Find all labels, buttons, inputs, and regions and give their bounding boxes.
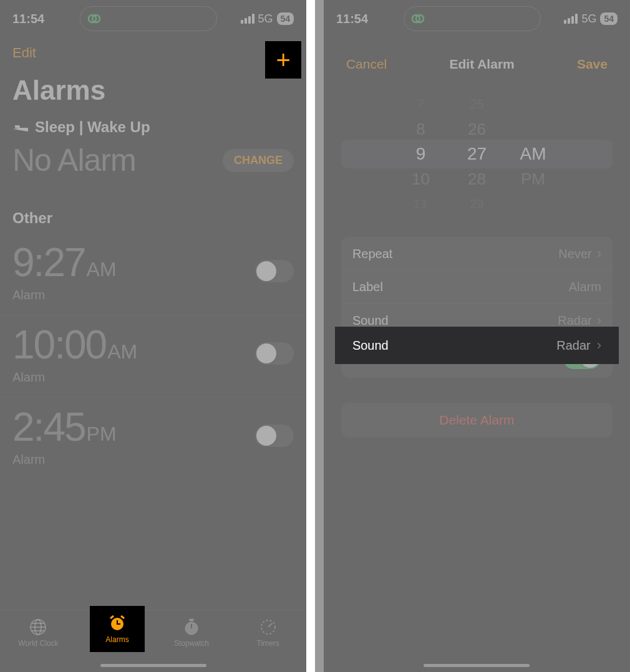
alarm-time: 9:27 bbox=[12, 239, 85, 286]
tab-timers-label: Timers bbox=[257, 639, 279, 648]
dynamic-island bbox=[80, 6, 217, 31]
hour-column[interactable]: 7 8 9 10 11 bbox=[405, 92, 436, 216]
battery-badge: 54 bbox=[600, 12, 618, 25]
signal-icon bbox=[564, 14, 578, 24]
svg-line-16 bbox=[268, 623, 272, 627]
alarm-time: 10:00 bbox=[12, 322, 106, 368]
alarm-item[interactable]: 2:45PMAlarm bbox=[0, 398, 306, 479]
time-picker[interactable]: 7 8 9 10 11 25 26 27 28 29 . . AM bbox=[335, 82, 619, 226]
highlight-add-button[interactable]: + bbox=[265, 41, 301, 79]
status-indicators: 5G 54 bbox=[564, 12, 618, 26]
alarm-time: 2:45 bbox=[12, 404, 85, 450]
label-value: Alarm bbox=[569, 280, 601, 294]
sleep-alarm-row: No Alarm CHANGE bbox=[0, 136, 306, 197]
save-button[interactable]: Save bbox=[577, 57, 608, 72]
alarm-clock-icon bbox=[108, 614, 127, 633]
other-section-header: Other bbox=[0, 197, 306, 233]
alarm-toggle[interactable] bbox=[255, 260, 294, 282]
no-alarm-label: No Alarm bbox=[12, 142, 136, 178]
bed-icon bbox=[12, 121, 29, 133]
signal-icon bbox=[241, 14, 254, 24]
tab-alarms-label: Alarms bbox=[105, 635, 128, 644]
repeat-row[interactable]: Repeat Never› bbox=[341, 237, 613, 271]
svg-rect-13 bbox=[190, 619, 193, 621]
sleep-section-header: Sleep | Wake Up bbox=[0, 118, 306, 136]
alarms-list-screen: 11:54 5G 54 Edit + Alarms Sleep | Wake U… bbox=[0, 0, 306, 672]
tab-bar: World Clock Alarms Stopwatch Timers bbox=[0, 610, 306, 672]
navigation-bar: Edit + bbox=[0, 37, 306, 69]
status-bar: 11:54 5G 54 bbox=[324, 0, 630, 37]
home-indicator[interactable] bbox=[100, 664, 206, 667]
sheet-navigation: Cancel Edit Alarm Save bbox=[335, 46, 619, 82]
status-time: 11:54 bbox=[336, 12, 380, 26]
tab-stopwatch[interactable]: Stopwatch bbox=[157, 618, 226, 648]
delete-alarm-button[interactable]: Delete Alarm bbox=[439, 413, 514, 428]
tab-world-clock-label: World Clock bbox=[18, 639, 58, 648]
period-column[interactable]: . . AM PM . bbox=[517, 92, 548, 216]
svg-line-20 bbox=[110, 616, 114, 618]
alarm-toggle[interactable] bbox=[255, 342, 294, 365]
link-icon bbox=[410, 11, 425, 26]
edit-alarm-screen: 11:54 5G 54 Cancel Edit Alarm Save 7 8 9… bbox=[324, 0, 630, 672]
tab-world-clock[interactable]: World Clock bbox=[4, 618, 72, 648]
plus-icon: + bbox=[276, 47, 290, 72]
sound-value: Radar bbox=[556, 338, 590, 353]
network-label: 5G bbox=[258, 12, 273, 26]
repeat-label: Repeat bbox=[352, 247, 393, 261]
sheet-title: Edit Alarm bbox=[449, 57, 514, 72]
highlight-alarms-tab[interactable]: Alarms bbox=[90, 606, 145, 652]
delete-alarm-group: Delete Alarm bbox=[341, 403, 613, 438]
sleep-section-label: Sleep | Wake Up bbox=[35, 118, 150, 136]
alarm-item[interactable]: 10:00AMAlarm bbox=[0, 315, 306, 398]
stopwatch-icon bbox=[182, 618, 201, 636]
alarm-toggle[interactable] bbox=[255, 425, 294, 447]
alarm-label: Alarm bbox=[12, 453, 117, 467]
status-bar: 11:54 5G 54 bbox=[0, 0, 306, 37]
alarm-ampm: AM bbox=[87, 258, 117, 281]
cancel-button[interactable]: Cancel bbox=[346, 57, 387, 72]
sound-value: Radar bbox=[558, 314, 591, 328]
chevron-right-icon: › bbox=[597, 246, 601, 262]
edit-button[interactable]: Edit bbox=[12, 45, 36, 61]
minute-column[interactable]: 25 26 27 28 29 bbox=[461, 92, 492, 216]
timer-icon bbox=[259, 618, 278, 636]
svg-line-21 bbox=[121, 616, 124, 618]
chevron-right-icon: › bbox=[597, 337, 601, 353]
alarm-label: Alarm bbox=[12, 288, 117, 302]
svg-rect-19 bbox=[117, 623, 120, 625]
link-icon bbox=[87, 11, 102, 26]
tab-timers[interactable]: Timers bbox=[234, 618, 303, 648]
alarm-item[interactable]: 9:27AMAlarm bbox=[0, 233, 306, 315]
tab-stopwatch-label: Stopwatch bbox=[174, 639, 209, 648]
label-label: Label bbox=[352, 280, 383, 294]
highlight-sound-row[interactable]: Sound Radar› bbox=[335, 327, 619, 364]
sound-label: Sound bbox=[352, 314, 389, 328]
page-title: Alarms bbox=[0, 69, 306, 118]
alarm-ampm: PM bbox=[87, 423, 117, 446]
home-indicator[interactable] bbox=[424, 664, 530, 667]
status-time: 11:54 bbox=[12, 12, 56, 26]
dynamic-island bbox=[404, 6, 541, 31]
repeat-value: Never bbox=[558, 247, 591, 261]
network-label: 5G bbox=[581, 12, 596, 26]
sound-label: Sound bbox=[352, 338, 389, 353]
alarm-label: Alarm bbox=[12, 370, 137, 385]
status-indicators: 5G 54 bbox=[241, 12, 294, 26]
globe-icon bbox=[29, 618, 47, 636]
label-row[interactable]: Label Alarm bbox=[341, 271, 613, 304]
alarm-ampm: AM bbox=[107, 340, 137, 363]
battery-badge: 54 bbox=[277, 12, 294, 25]
change-button[interactable]: CHANGE bbox=[223, 149, 294, 172]
